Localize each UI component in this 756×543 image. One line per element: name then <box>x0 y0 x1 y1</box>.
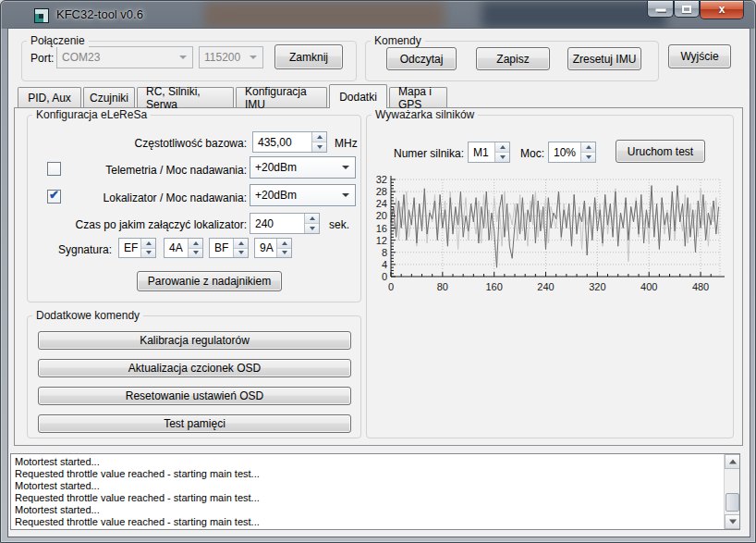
spin-up-icon[interactable] <box>277 239 291 249</box>
locator-label: Lokalizator / Moc nadawania: <box>45 191 247 204</box>
scroll-down-icon[interactable] <box>725 514 740 529</box>
log-line: Requested throttle value reached - start… <box>11 468 723 480</box>
reset-osd-settings-button[interactable]: Resetowanie ustawień OSD <box>38 387 351 405</box>
signature-byte-2-spinner[interactable]: 4A <box>164 238 203 258</box>
svg-text:320: 320 <box>589 281 605 292</box>
run-test-button[interactable]: Uruchom test <box>616 140 705 163</box>
aero-glass-blur <box>482 1 666 29</box>
spin-up-icon[interactable] <box>581 142 595 153</box>
svg-text:8: 8 <box>382 247 387 258</box>
spin-down-icon[interactable] <box>141 249 155 258</box>
update-osd-fonts-button[interactable]: Aktualizacja czcionek OSD <box>38 359 351 377</box>
chevron-down-icon <box>250 56 257 59</box>
telemetry-power-value: +20dBm <box>255 161 342 174</box>
signature-byte-1-spinner[interactable]: EF <box>118 238 156 258</box>
read-button[interactable]: Odczytaj <box>386 47 457 70</box>
locator-delay-label: Czas po jakim załączyć lokalizator: <box>27 218 247 231</box>
spin-up-icon[interactable] <box>234 239 248 249</box>
write-button[interactable]: Zapisz <box>476 47 550 70</box>
svg-text:12: 12 <box>376 235 387 246</box>
signature-byte-4-spinner[interactable]: 9A <box>254 238 292 258</box>
tab-bar: PID, Aux Czujniki RC, Silniki, Serwa Kon… <box>18 87 447 107</box>
svg-text:80: 80 <box>437 281 448 292</box>
spin-down-icon[interactable] <box>234 249 248 258</box>
calibrate-escs-button[interactable]: Kalibracja regulatorów <box>38 331 351 350</box>
spin-up-icon[interactable] <box>305 214 319 224</box>
power-value: 10% <box>549 142 580 162</box>
motor-number-label: Numer silnika: <box>394 147 464 160</box>
tab-dodatki[interactable]: Dodatki <box>329 84 387 108</box>
svg-text:16: 16 <box>376 223 387 234</box>
commands-group-label: Komendy <box>371 34 425 47</box>
tab-czujniki[interactable]: Czujniki <box>83 87 135 107</box>
chevron-down-icon <box>342 166 349 169</box>
svg-text:160: 160 <box>486 281 503 292</box>
locator-delay-value: 240 <box>250 214 304 233</box>
disconnect-button[interactable]: Zamknij <box>274 44 343 69</box>
locator-delay-unit: sek. <box>329 218 349 231</box>
maximize-button[interactable] <box>674 1 700 18</box>
minimize-button[interactable] <box>647 1 674 18</box>
window-title: KFC32-tool v0.6 <box>56 7 143 21</box>
locator-delay-spinner[interactable]: 240 <box>250 213 320 234</box>
spin-down-icon[interactable] <box>581 153 595 162</box>
scroll-up-icon[interactable] <box>725 454 740 469</box>
signature-byte-4-value: 9A <box>255 239 276 257</box>
maximize-icon <box>682 6 691 13</box>
log-output[interactable]: Motortest started... Requested throttle … <box>10 453 740 530</box>
tab-rc-silniki-serwa[interactable]: RC, Silniki, Serwa <box>137 87 234 107</box>
telemetry-label: Telemetria / Moc nadawania: <box>45 164 247 177</box>
port-select[interactable]: COM23 <box>56 46 193 68</box>
svg-text:400: 400 <box>640 281 657 292</box>
tab-mapa-gps[interactable]: Mapa i GPS <box>389 87 447 107</box>
motor-balancer-group-label: Wyważarka silników <box>372 108 478 121</box>
spin-up-icon[interactable] <box>189 239 202 249</box>
exit-button[interactable]: Wyjście <box>668 44 731 68</box>
signature-byte-3-spinner[interactable]: BF <box>209 238 249 258</box>
tab-pid-aux[interactable]: PID, Aux <box>18 87 81 107</box>
close-icon: x <box>701 1 743 19</box>
signature-label: Sygnatura: <box>27 243 112 256</box>
spin-up-icon[interactable] <box>495 142 509 153</box>
power-label: Moc: <box>520 147 544 160</box>
scrollbar-thumb[interactable] <box>726 493 739 512</box>
power-spinner[interactable]: 10% <box>548 142 596 163</box>
spin-down-icon[interactable] <box>189 249 202 258</box>
motor-number-spinner[interactable]: M1 <box>468 142 510 163</box>
client-area: Połączenie Port: COM23 115200 Zamknij Ko… <box>8 29 750 537</box>
memory-test-button[interactable]: Test pamięci <box>38 414 351 433</box>
baudrate-select[interactable]: 115200 <box>199 46 263 68</box>
titlebar[interactable]: KFC32-tool v0.6 x <box>1 1 755 29</box>
aero-glass-blur <box>204 1 445 29</box>
port-select-value: COM23 <box>62 51 179 64</box>
locator-power-select[interactable]: +20dBm <box>250 184 356 206</box>
log-scrollbar[interactable] <box>724 454 739 529</box>
svg-text:0: 0 <box>382 271 387 282</box>
close-button[interactable]: x <box>700 1 744 19</box>
connection-group-label: Połączenie <box>27 34 89 47</box>
base-freq-spinner[interactable]: 435,00 <box>252 131 327 153</box>
spin-down-icon[interactable] <box>305 224 319 233</box>
log-line: Requested throttle value reached - start… <box>11 492 723 504</box>
pair-transmitter-button[interactable]: Parowanie z nadajnikiem <box>137 271 282 291</box>
tab-konfiguracja-imu[interactable]: Konfiguracja IMU <box>236 87 327 107</box>
log-line: Requested throttle value reached - start… <box>11 516 723 528</box>
svg-text:0: 0 <box>388 281 394 292</box>
spin-up-icon[interactable] <box>141 239 155 249</box>
telemetry-power-select[interactable]: +20dBm <box>250 156 356 179</box>
reset-imu-button[interactable]: Zresetuj IMU <box>567 47 641 70</box>
port-label: Port: <box>30 52 54 65</box>
spin-down-icon[interactable] <box>495 153 509 162</box>
signature-byte-2-value: 4A <box>165 239 188 257</box>
spin-down-icon[interactable] <box>277 249 291 258</box>
chevron-down-icon <box>179 56 187 59</box>
spin-down-icon[interactable] <box>312 142 326 152</box>
spin-up-icon[interactable] <box>312 132 326 142</box>
svg-text:480: 480 <box>692 281 709 292</box>
signature-byte-1-value: EF <box>119 239 140 257</box>
eleres-group-label: Konfiguracja eLeReSa <box>32 108 151 121</box>
motor-test-chart: 080160240320400480048121620242832 <box>369 169 738 306</box>
svg-text:20: 20 <box>376 210 387 221</box>
signature-byte-3-value: BF <box>210 239 233 257</box>
svg-text:4: 4 <box>382 259 387 270</box>
